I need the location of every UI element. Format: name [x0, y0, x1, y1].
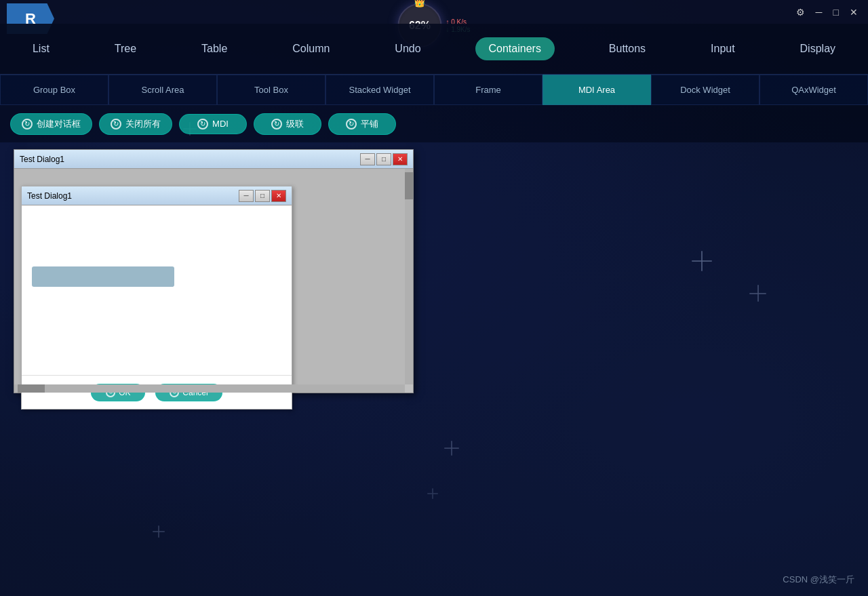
tile-label: 平铺	[361, 118, 378, 130]
tab-group-box[interactable]: Group Box	[0, 75, 108, 105]
inner-titlebar: Test Dialog1 ─ □ ✕	[22, 186, 292, 205]
close-button[interactable]: ✕	[846, 5, 861, 19]
outer-scroll-thumb-h	[18, 384, 45, 393]
outer-titlebar: Test Dialog1 ─ □ ✕	[14, 150, 413, 169]
outer-scrollbar-horizontal[interactable]	[14, 384, 405, 393]
close-all-button[interactable]: ↻ 关闭所有	[99, 113, 172, 135]
inner-window-title: Test Dialog1	[27, 191, 72, 201]
nav-bar: List Tree Table Column Undo Containers B…	[0, 24, 868, 75]
dialog-input-bar	[32, 266, 174, 287]
nav-table[interactable]: Table	[191, 37, 238, 60]
outer-content: Test Dialog1 ─ □ ✕ ↻ OK	[14, 169, 405, 384]
outer-maximize-btn[interactable]: □	[376, 153, 391, 165]
nav-containers[interactable]: Containers	[475, 37, 555, 60]
create-dialog-icon: ↻	[22, 119, 33, 130]
nav-undo[interactable]: Undo	[384, 37, 431, 60]
settings-icon[interactable]: ⚙	[793, 5, 808, 19]
crown-icon: 👑	[414, 0, 425, 7]
mdi-area: Test Dialog1 ─ □ ✕ Test Dialog1 ─ □ ✕	[0, 142, 868, 596]
mdi-window-inner[interactable]: Test Dialog1 ─ □ ✕ ↻ OK	[21, 186, 292, 410]
cascade-button[interactable]: ↻ 级联	[254, 113, 321, 135]
mdi-button[interactable]: ↻ MDI	[179, 114, 247, 134]
nav-list[interactable]: List	[22, 37, 60, 60]
close-all-label: 关闭所有	[125, 118, 161, 130]
mdi-icon: ↻	[197, 119, 208, 130]
sub-tabs: Group Box Scroll Area Tool Box Stacked W…	[0, 75, 868, 105]
inner-close-btn[interactable]: ✕	[271, 190, 286, 202]
tab-stacked-widget[interactable]: Stacked Widget	[326, 75, 434, 105]
nav-display[interactable]: Display	[789, 37, 846, 60]
tile-icon: ↻	[346, 119, 357, 130]
create-dialog-label: 创建对话框	[37, 118, 81, 130]
tab-mdi-area[interactable]: MDI Area	[542, 75, 651, 105]
outer-minimize-btn[interactable]: ─	[360, 153, 375, 165]
inner-win-controls: ─ □ ✕	[239, 190, 286, 202]
inner-minimize-btn[interactable]: ─	[239, 190, 254, 202]
mdi-label: MDI	[212, 119, 229, 129]
toolbar: ↻ 创建对话框 ↻ 关闭所有 ↻ MDI ↻ 级联 ↻ 平铺	[0, 105, 868, 142]
tab-tool-box[interactable]: Tool Box	[217, 75, 326, 105]
outer-win-controls: ─ □ ✕	[360, 153, 408, 165]
cascade-label: 级联	[286, 118, 304, 130]
window-controls: ⚙ ─ □ ✕	[793, 5, 861, 19]
nav-input[interactable]: Input	[700, 37, 746, 60]
outer-window-title: Test Dialog1	[20, 155, 64, 164]
outer-scroll-thumb-v	[405, 172, 413, 199]
nav-tree[interactable]: Tree	[104, 37, 147, 60]
mdi-window-outer[interactable]: Test Dialog1 ─ □ ✕ Test Dialog1 ─ □ ✕	[14, 149, 414, 393]
inner-maximize-btn[interactable]: □	[255, 190, 270, 202]
tab-qax-widget[interactable]: QAxWidget	[760, 75, 868, 105]
outer-scrollbar-vertical[interactable]	[405, 169, 413, 384]
outer-close-btn[interactable]: ✕	[393, 153, 408, 165]
tile-button[interactable]: ↻ 平铺	[328, 113, 396, 135]
close-all-icon: ↻	[111, 119, 121, 130]
cascade-icon: ↻	[271, 119, 282, 130]
footer-credit: CSDN @浅笑一斤	[783, 574, 854, 586]
nav-column[interactable]: Column	[281, 37, 340, 60]
minimize-button[interactable]: ─	[812, 5, 826, 19]
maximize-button[interactable]: □	[830, 5, 842, 19]
top-bar: R 👑 62% ↑ 0 K/s ↓ 1.9K/s ⚙ ─ □ ✕	[0, 0, 868, 24]
tab-scroll-area[interactable]: Scroll Area	[108, 75, 217, 105]
tab-dock-widget[interactable]: Dock Widget	[651, 75, 760, 105]
nav-buttons[interactable]: Buttons	[598, 37, 656, 60]
tab-frame[interactable]: Frame	[434, 75, 542, 105]
create-dialog-button[interactable]: ↻ 创建对话框	[10, 113, 92, 135]
dialog-body: ↻ OK ↻ Cancel	[22, 205, 292, 409]
